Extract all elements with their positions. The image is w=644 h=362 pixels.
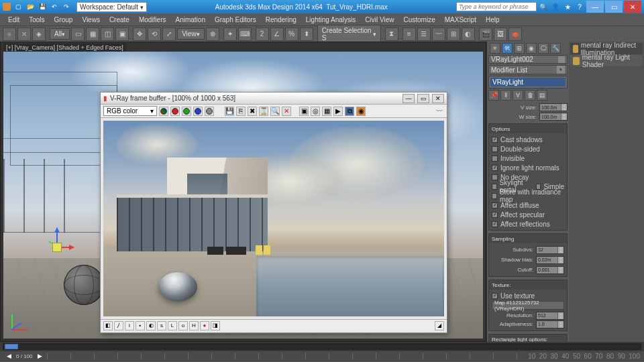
menu-animation[interactable]: Animation — [171, 15, 209, 25]
search-icon[interactable]: 🔍 — [538, 2, 549, 11]
minimize-button[interactable]: — — [586, 1, 604, 13]
select-name-icon[interactable]: ▦ — [86, 27, 99, 41]
vfb-history-icon[interactable]: ⌛ — [259, 107, 268, 116]
select-icon[interactable]: ▭ — [71, 27, 85, 41]
vfb-blue-icon[interactable] — [193, 107, 203, 116]
link-icon[interactable]: ⟐ — [3, 27, 16, 41]
undo-icon[interactable]: ↶ — [50, 2, 59, 11]
menu-civil-view[interactable]: Civil View — [361, 15, 398, 25]
layers-icon[interactable]: ☰ — [417, 27, 431, 41]
vfb-srgb-icon[interactable]: s — [157, 321, 166, 330]
create-tab-icon[interactable]: ✳ — [490, 43, 500, 54]
configure-sets-icon[interactable]: ▤ — [537, 90, 547, 101]
stack-item-vraylight[interactable]: VRayLight — [490, 78, 566, 86]
spinner-shadowbias[interactable]: 0.02m▴▾ — [536, 256, 564, 264]
vfb-minimize-button[interactable]: — — [402, 94, 415, 103]
menu-maxscript[interactable]: MAXScript — [441, 15, 480, 25]
texture-map-button[interactable]: Map #1123125732 (VRayHDRI) — [492, 301, 564, 310]
vray-frame-buffer-window[interactable]: ▮ V-Ray frame buffer - [100% of 1000 x 5… — [100, 92, 447, 333]
spinner-adaptiveness[interactable]: 1.0▴▾ — [536, 320, 564, 328]
vfb-clamp-icon[interactable]: ◐ — [146, 321, 156, 330]
maximize-button[interactable]: ▭ — [605, 1, 623, 13]
signin-icon[interactable]: 👤 — [550, 2, 561, 11]
new-icon[interactable]: ▢ — [13, 2, 23, 11]
window-crossing-icon[interactable]: ▣ — [115, 27, 129, 41]
vfb-ocio-icon[interactable]: o — [178, 321, 188, 330]
vfb-pixel-icon[interactable]: ▪ — [136, 321, 145, 330]
menu-modifiers[interactable]: Modifiers — [135, 15, 170, 25]
viewport[interactable]: [+] [Vray_Camera] [Shaded + Edged Faces] — [0, 42, 486, 342]
checkbox[interactable] — [492, 174, 498, 180]
move-icon[interactable]: ✥ — [133, 27, 146, 41]
object-name-field[interactable]: VRayLight002 — [488, 55, 568, 64]
snap-percent-icon[interactable]: % — [285, 27, 299, 41]
menu-group[interactable]: Group — [50, 15, 77, 25]
vfb-resize-grip-icon[interactable]: ◢ — [435, 321, 444, 330]
modifier-stack[interactable]: VRayLight — [488, 76, 568, 88]
show-end-result-icon[interactable]: Ⅱ — [500, 90, 511, 101]
menu-help[interactable]: Help — [482, 15, 504, 25]
vfb-render-last-icon[interactable]: ◉ — [356, 107, 366, 116]
tab-indirect-illum[interactable]: mental ray Indirect Illumination — [570, 43, 643, 54]
scale-icon[interactable]: ⤢ — [162, 27, 176, 41]
vfb-red-icon[interactable] — [170, 107, 180, 116]
menu-views[interactable]: Views — [78, 15, 104, 25]
menu-customize[interactable]: Customize — [399, 15, 439, 25]
vfb-lut-icon[interactable]: L — [168, 321, 177, 330]
modifier-list-dropdown[interactable]: Modifier List▾ — [488, 65, 568, 74]
checkbox[interactable]: ✓ — [492, 202, 498, 208]
checkbox[interactable] — [492, 156, 498, 162]
vfb-alpha-icon[interactable] — [205, 107, 214, 116]
vfb-green-icon[interactable] — [182, 107, 191, 116]
vfb-duplicate-icon[interactable]: ⧉ — [345, 107, 354, 116]
modify-tab-icon[interactable]: 🛠 — [502, 43, 513, 54]
select-region-icon[interactable]: ◫ — [101, 27, 114, 41]
utilities-tab-icon[interactable]: 🔧 — [550, 43, 561, 54]
material-editor-icon[interactable]: ◐ — [462, 27, 475, 41]
spinner-resolution[interactable]: 512▴▾ — [536, 312, 564, 320]
vfb-render-output[interactable] — [103, 121, 444, 316]
vfb-maximize-button[interactable]: ▭ — [417, 94, 429, 103]
spinner-cutoff[interactable]: 0.001▴▾ — [536, 266, 564, 274]
keyboard-shortcut-icon[interactable]: ⌨ — [238, 27, 252, 41]
vfb-close-button[interactable]: ✕ — [432, 94, 444, 103]
make-unique-icon[interactable]: ∀ — [513, 90, 523, 101]
open-icon[interactable]: 📂 — [25, 2, 35, 11]
vfb-mono-icon[interactable]: ▦ — [322, 107, 331, 116]
checkbox[interactable]: ✓ — [492, 165, 498, 171]
rendered-frame-icon[interactable]: 🖼 — [494, 27, 507, 41]
spinner-snap-icon[interactable]: ⬍ — [300, 27, 313, 41]
vfb-save-icon[interactable]: 💾 — [225, 107, 234, 116]
unlink-icon[interactable]: ⤫ — [17, 27, 31, 41]
vfb-titlebar[interactable]: ▮ V-Ray frame buffer - [100% of 1000 x 5… — [101, 93, 447, 105]
v-size-spinner[interactable]: 100.0m▴▾ — [539, 103, 568, 111]
vfb-lens-icon[interactable]: 🔍 — [270, 107, 280, 116]
selection-filter[interactable]: All ▾ — [50, 28, 70, 40]
vfb-copy-icon[interactable]: ⎘ — [236, 107, 246, 116]
vfb-region-icon[interactable]: ▣ — [299, 107, 309, 116]
viewport-label[interactable]: [+] [Vray_Camera] [Shaded + Edged Faces] — [3, 44, 126, 52]
use-texture-checkbox[interactable]: ✓ — [492, 293, 498, 299]
vfb-link-pdplayer-icon[interactable]: ▶ — [333, 107, 343, 116]
texture-header[interactable]: Texture: — [489, 280, 567, 290]
curve-editor-icon[interactable]: 〰 — [432, 27, 445, 41]
ref-coord-system[interactable]: View ▾ — [177, 28, 205, 40]
timeline-right-icon[interactable]: ▶ — [35, 351, 44, 361]
snap-2d-icon[interactable]: 2 — [256, 27, 269, 41]
tab-light-shader[interactable]: mental ray Light Shader — [570, 55, 643, 66]
checkbox[interactable]: ✓ — [492, 221, 498, 227]
checkbox[interactable] — [492, 184, 497, 190]
vfb-compare-icon[interactable]: ◨ — [211, 321, 220, 330]
help-icon[interactable]: ? — [574, 2, 585, 11]
spinner-subdivs[interactable]: 32▴▾ — [536, 246, 564, 254]
pin-stack-icon[interactable]: 📌 — [488, 90, 499, 101]
timeline-left-icon[interactable]: ◀ — [4, 351, 13, 361]
menu-edit[interactable]: Edit — [4, 15, 23, 25]
vfb-vray-logo-icon[interactable]: 〰 — [435, 107, 444, 116]
app-icon[interactable] — [3, 3, 11, 11]
schematic-view-icon[interactable]: ⊞ — [447, 27, 460, 41]
close-button[interactable]: ✕ — [624, 1, 641, 13]
sampling-header[interactable]: Sampling — [489, 234, 567, 243]
vfb-info-icon[interactable]: i — [125, 321, 134, 330]
menu-lighting-analysis[interactable]: Lighting Analysis — [302, 15, 360, 25]
